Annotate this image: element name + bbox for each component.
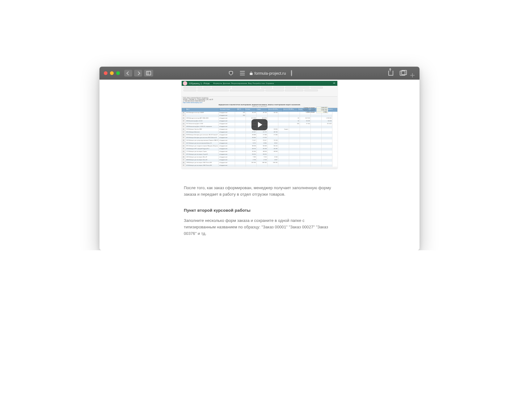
table-row: 173451 Аппарат Автоскопоборудование41 56… [182, 131, 337, 134]
address-bar[interactable]: formula-project.ru [250, 71, 286, 76]
nav-buttons [124, 70, 153, 77]
article-text: После того, как заказ сформирован, менед… [184, 181, 335, 241]
url-host-text: formula-project.ru [255, 71, 286, 76]
excel-share-arrow-icon: ➦ [333, 81, 335, 85]
table-row: 264401 Аппарат для манипула Мла-20оборуд… [182, 156, 337, 159]
titlebar: formula-project.ru [99, 67, 420, 80]
excel-table: Арт-лКатегория товараНДС %РозницаСкидкаЦ… [182, 108, 337, 167]
sum-l2-label: Сумма со скидкой: [303, 109, 315, 111]
sum-l1-label: Сумма до скидки: [304, 107, 315, 109]
table-row: 276803 Аппарат для манипула Коса-32обору… [182, 159, 337, 162]
article-heading: Пункт второй курсовой работы [184, 207, 335, 214]
table-row: 11 оборудование316 [182, 114, 337, 117]
sidebar-toggle[interactable] [144, 70, 153, 77]
privacy-shield-button[interactable] [227, 70, 235, 77]
excel-menu: Формулы Данные Рецензирование Вид Разраб… [213, 82, 274, 84]
forward-button[interactable] [134, 70, 142, 77]
table-row: 282386 Аппарат для манипула 1046 Поток-1… [182, 162, 337, 164]
sum-l3-label: Сумма скидки: [306, 111, 315, 113]
reader-button[interactable] [240, 71, 245, 75]
sum-l2-val: 3 465 252 [316, 109, 328, 111]
article-p1: После того, как заказ сформирован, менед… [184, 185, 335, 198]
article-p2: Заполните несколько форм заказа и сохран… [184, 218, 335, 237]
table-row: 226011 Аппарат для лазурного керамо Мерц… [182, 145, 337, 148]
minimize-window-button[interactable] [110, 71, 114, 75]
company-info: ООО «Наш компани-Проект продакшн» 107341… [182, 97, 337, 108]
recording-avatar-icon [183, 81, 187, 85]
refresh-button[interactable] [291, 70, 292, 76]
tabs-button[interactable] [399, 70, 407, 77]
table-row: 235264 Аппарат НРТ лаборей Радуга-09-1об… [182, 148, 337, 151]
company-link: https://www.nashcompany.com/ [183, 102, 336, 103]
sum-l3-val: -9 981 [316, 111, 328, 113]
close-window-button[interactable] [104, 71, 108, 75]
video-embed: Образец 1- Price Формулы Данные Рецензир… [182, 81, 337, 168]
table-row: 186639 Аппарат Альбумы для интенсион 38-… [182, 134, 337, 137]
table-row: 296134 Аппарат для манипула 1046 Поток-2… [182, 164, 337, 167]
excel-titlebar: Образец 1- Price Формулы Данные Рецензир… [182, 81, 337, 86]
excel-ribbon [182, 86, 337, 97]
share-button[interactable] [387, 70, 395, 77]
maximize-window-button[interactable] [116, 71, 120, 75]
table-row: 194654 Аппарат Альбумы для магнетов 38-1… [182, 137, 337, 139]
table-row: 256374 Аппарат для манипула Сюрп-01обору… [182, 153, 337, 156]
table-row: 241719 Аппарат для манипула Сармаоборудо… [182, 151, 337, 153]
lock-icon [250, 72, 253, 75]
video-play-button[interactable] [251, 119, 268, 130]
excel-doc-title: Образец 1- Price [189, 82, 210, 85]
traffic-lights [99, 71, 120, 75]
page-content: Образец 1- Price Формулы Данные Рецензир… [99, 80, 420, 250]
sum-l1-val: 3 849 873 [316, 107, 328, 109]
table-row: 205419 Аппарат для ультразвуковизации Ре… [182, 139, 337, 142]
back-button[interactable] [124, 70, 132, 77]
summary-box: Сумма до скидки:3 849 873 Сумма со скидк… [303, 107, 328, 113]
safari-window: formula-project.ru Образец 1- Price Форм… [99, 67, 420, 250]
table-row: 215672 Аппарат для магнитотерапии Алмаг … [182, 142, 337, 145]
